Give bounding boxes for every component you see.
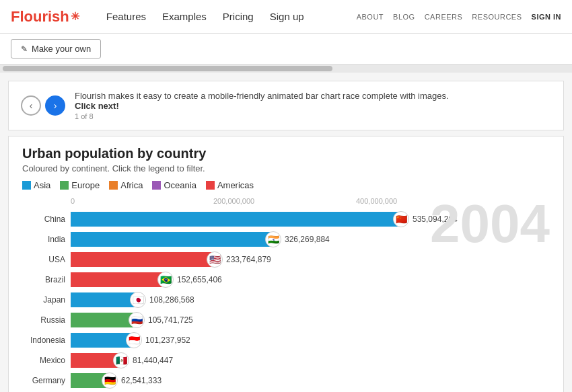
bar-container: 🇩🇪 62,541,333 xyxy=(71,373,550,388)
chart-subtitle: Coloured by continent. Click the legend … xyxy=(22,163,550,173)
nav-examples[interactable]: Examples xyxy=(162,11,207,22)
bar: 🇯🇵 xyxy=(71,292,137,307)
chart-container: Urban population by country Coloured by … xyxy=(8,136,564,392)
axis-200m: 200,000,000 xyxy=(213,197,254,205)
axis-0: 0 xyxy=(71,197,75,205)
tutorial-content: Flourish makes it easy to create a mobil… xyxy=(75,91,551,120)
table-row: USA 🇺🇸 233,764,879 xyxy=(22,251,550,268)
legend-label-asia: Asia xyxy=(34,180,50,190)
legend-label-africa: Africa xyxy=(120,180,143,190)
nav-signin[interactable]: SIGN IN xyxy=(532,13,561,21)
country-label: Germany xyxy=(22,376,71,385)
secondary-nav: ABOUT BLOG CAREERS RESOURCES SIGN IN xyxy=(357,13,561,21)
bar: 🇮🇳 xyxy=(71,232,273,247)
legend-item-europe[interactable]: Europe xyxy=(60,180,100,190)
flag-icon: 🇧🇷 xyxy=(157,272,174,288)
bar-container: 🇲🇽 81,440,447 xyxy=(71,353,550,368)
table-row: Japan 🇯🇵 108,286,568 xyxy=(22,291,550,309)
logo[interactable]: Flourish✳ xyxy=(11,8,79,26)
tutorial-text: Flourish makes it easy to create a mobil… xyxy=(75,91,551,101)
bar-value: 81,440,447 xyxy=(133,356,173,365)
nav-resources[interactable]: RESOURCES xyxy=(472,13,522,21)
nav-signup[interactable]: Sign up xyxy=(270,11,304,22)
bar-container: 🇨🇳 535,094,204 xyxy=(71,212,550,227)
bar: 🇺🇸 xyxy=(71,252,214,267)
bar-value: 535,094,204 xyxy=(413,214,458,224)
bar-container: 🇮🇩 101,237,952 xyxy=(71,333,550,348)
bar-value: 152,655,406 xyxy=(177,275,222,284)
tutorial-box: ‹ › Flourish makes it easy to create a m… xyxy=(8,81,564,130)
tutorial-prev-button[interactable]: ‹ xyxy=(21,95,41,116)
bar-container: 🇷🇺 105,741,725 xyxy=(71,313,550,327)
axis-row: 0 200,000,000 400,000,000 xyxy=(71,197,550,205)
flag-icon: 🇩🇪 xyxy=(102,373,118,389)
nav-about[interactable]: ABOUT xyxy=(357,13,384,21)
flag-icon: 🇲🇽 xyxy=(113,352,129,368)
legend-label-europe: Europe xyxy=(71,180,100,190)
tutorial-nav: ‹ › xyxy=(21,95,65,116)
legend-color-asia xyxy=(22,181,31,190)
bar: 🇮🇩 xyxy=(71,333,133,348)
scroll-thumb[interactable] xyxy=(3,66,332,71)
chart-legend: Asia Europe Africa Oceania Americas xyxy=(22,180,550,190)
flag-icon: 🇺🇸 xyxy=(207,251,223,268)
legend-color-americas xyxy=(206,181,215,190)
horizontal-scrollbar[interactable] xyxy=(0,65,572,73)
legend-item-oceania[interactable]: Oceania xyxy=(152,180,196,190)
table-row: India 🇮🇳 326,269,884 xyxy=(22,231,550,248)
country-label: India xyxy=(22,235,71,244)
tutorial-next-button[interactable]: › xyxy=(45,95,65,116)
country-label: Brazil xyxy=(22,275,71,284)
nav-pricing[interactable]: Pricing xyxy=(223,11,254,22)
legend-color-europe xyxy=(60,181,69,190)
flag-icon: 🇮🇳 xyxy=(265,231,281,247)
table-row: Germany 🇩🇪 62,541,333 xyxy=(22,372,550,389)
make-your-own-button[interactable]: ✎ Make your own xyxy=(11,39,101,58)
bar-value: 101,237,952 xyxy=(145,336,190,345)
bar: 🇧🇷 xyxy=(71,272,165,287)
table-row: Brazil 🇧🇷 152,655,406 xyxy=(22,271,550,288)
flag-icon: 🇷🇺 xyxy=(129,312,145,328)
bar: 🇩🇪 xyxy=(71,373,109,388)
country-label: China xyxy=(22,214,71,224)
legend-label-oceania: Oceania xyxy=(164,180,196,190)
logo-asterisk: ✳ xyxy=(71,10,79,23)
table-row: Indonesia 🇮🇩 101,237,952 xyxy=(22,331,550,349)
main-nav-links: Features Examples Pricing Sign up xyxy=(106,11,357,22)
bar-value: 108,286,568 xyxy=(149,295,194,305)
flag-icon: 🇨🇳 xyxy=(393,211,409,227)
flag-icon: 🇮🇩 xyxy=(126,332,142,348)
edit-icon: ✎ xyxy=(21,44,28,54)
country-label: Mexico xyxy=(22,356,71,365)
bar-value: 105,741,725 xyxy=(148,315,193,325)
bar: 🇷🇺 xyxy=(71,313,136,327)
bar-value: 62,541,333 xyxy=(121,376,162,385)
toolbar: ✎ Make your own xyxy=(0,34,572,65)
bar: 🇨🇳 xyxy=(71,212,400,227)
tutorial-click-next: Click next! xyxy=(75,101,551,111)
bar-container: 🇧🇷 152,655,406 xyxy=(71,272,550,287)
legend-item-americas[interactable]: Americas xyxy=(206,180,254,190)
legend-color-africa xyxy=(109,181,118,190)
country-label: USA xyxy=(22,255,71,264)
bar-container: 🇯🇵 108,286,568 xyxy=(71,292,550,307)
axis-400m: 400,000,000 xyxy=(356,197,397,205)
nav-careers[interactable]: CAREERS xyxy=(425,13,463,21)
bar-value: 326,269,884 xyxy=(285,235,330,244)
nav-blog[interactable]: BLOG xyxy=(393,13,415,21)
bar-container: 🇮🇳 326,269,884 xyxy=(71,232,550,247)
legend-item-asia[interactable]: Asia xyxy=(22,180,50,190)
bar-chart: China 🇨🇳 535,094,204 India 🇮🇳 326,269,88… xyxy=(22,208,550,392)
nav-features[interactable]: Features xyxy=(106,11,146,22)
table-row: China 🇨🇳 535,094,204 xyxy=(22,210,550,228)
legend-item-africa[interactable]: Africa xyxy=(109,180,143,190)
navigation: Flourish✳ Features Examples Pricing Sign… xyxy=(0,0,572,34)
bar-container: 🇺🇸 233,764,879 xyxy=(71,252,550,267)
legend-label-americas: Americas xyxy=(217,180,254,190)
tutorial-counter: 1 of 8 xyxy=(75,112,551,120)
bar: 🇲🇽 xyxy=(71,353,120,368)
country-label: Indonesia xyxy=(22,336,71,345)
table-row: Russia 🇷🇺 105,741,725 xyxy=(22,311,550,329)
legend-color-oceania xyxy=(152,181,161,190)
country-label: Russia xyxy=(22,315,71,325)
